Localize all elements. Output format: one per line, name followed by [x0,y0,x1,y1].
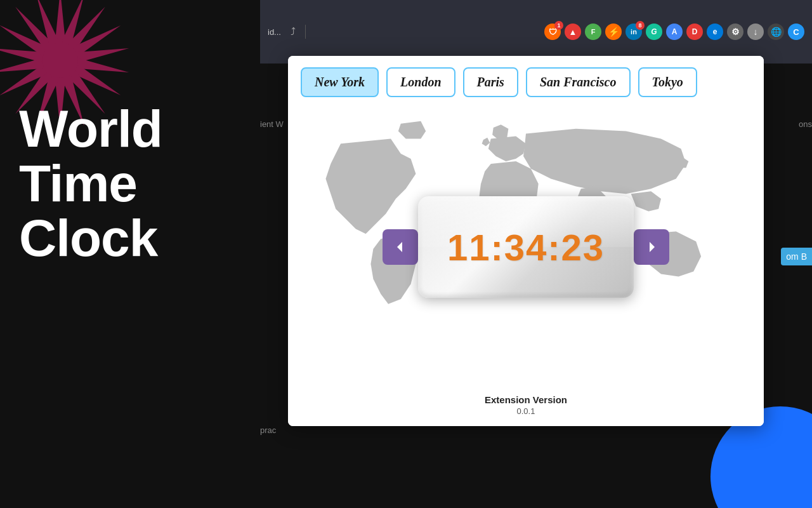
globe-icon[interactable]: 🌐 [768,23,784,40]
version-number: 0.0.1 [288,406,764,416]
partial-text-left: ient W [260,119,284,129]
partial-text-prac: prac [260,425,276,435]
city-button-tokyo[interactable]: Tokyo [638,67,697,97]
toolbar-separator [305,25,306,39]
share-icon[interactable]: ⤴ [286,25,300,39]
city-button-san-francisco[interactable]: San Francisco [526,67,631,97]
download-icon[interactable]: ↓ [747,23,764,40]
world-clock-popup: New York London Paris San Francisco Toky… [288,56,764,426]
clock-face: 11:34:23 [418,196,634,298]
city-button-paris[interactable]: Paris [463,67,518,97]
svg-point-18 [43,43,78,78]
svg-marker-19 [397,242,402,252]
app-title: WorldTimeClock [19,102,162,265]
city-selector: New York London Paris San Francisco Toky… [288,56,764,107]
city-button-new-york[interactable]: New York [301,67,379,97]
linkedin-icon[interactable]: in 8 [625,23,642,40]
edge-icon[interactable]: e [707,23,723,40]
extension-version-footer: Extension Version 0.0.1 [288,387,764,426]
settings-gear-icon[interactable]: ⚙ [727,23,743,40]
grammarly-icon[interactable]: G [646,23,662,40]
partial-text-ons: ons [799,119,812,129]
extension-icons: 🛡 1 ▲ F ⚡ in 8 G A D e ⚙ ↓ 🌐 C [544,23,804,40]
clock-display: 11:34:23 [383,196,669,298]
fiddler-icon[interactable]: F [585,23,601,40]
brave-shield-icon[interactable]: 🛡 1 [544,23,561,40]
next-city-button[interactable] [634,229,669,265]
map-clock-area: 11:34:23 [288,107,764,387]
city-button-london[interactable]: London [386,67,455,97]
browser-toolbar: id... ⤴ 🛡 1 ▲ F ⚡ in 8 G A D e ⚙ ↓ � [260,0,812,64]
prev-arrow-icon [393,239,408,255]
prev-city-button[interactable] [383,229,418,265]
partial-text-omb: om B [781,248,812,265]
url-text: id... [268,27,281,37]
next-arrow-icon [644,239,659,255]
speed-icon[interactable]: ⚡ [605,23,622,40]
version-label: Extension Version [288,394,764,405]
svg-marker-20 [650,242,655,252]
browser-nav: id... ⤴ [268,25,539,39]
clock-time-display: 11:34:23 [447,226,605,269]
dashlane-icon[interactable]: D [686,23,703,40]
astro-icon[interactable]: ▲ [565,23,581,40]
translate-icon[interactable]: A [666,23,683,40]
c-extension-icon[interactable]: C [788,23,804,40]
